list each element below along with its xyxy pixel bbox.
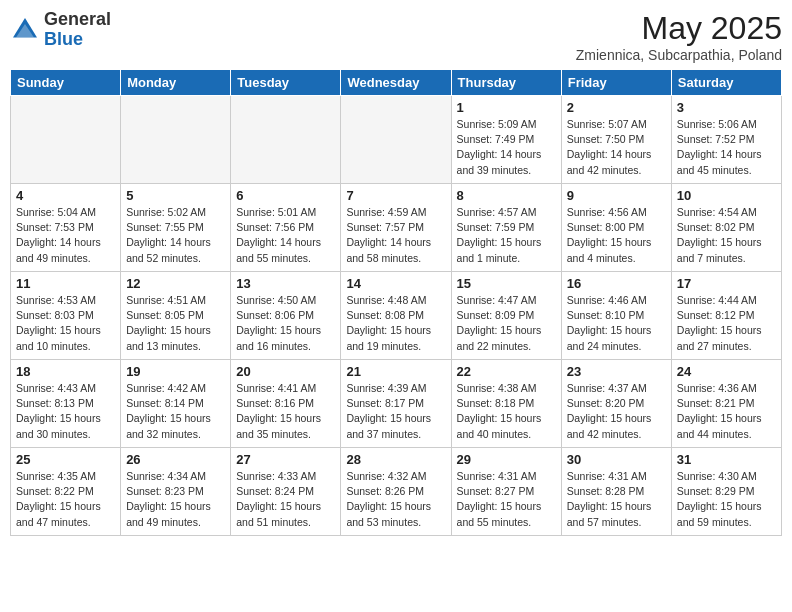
day-number: 20 [236,364,335,379]
calendar-cell: 2Sunrise: 5:07 AM Sunset: 7:50 PM Daylig… [561,96,671,184]
calendar-cell [11,96,121,184]
calendar-cell: 29Sunrise: 4:31 AM Sunset: 8:27 PM Dayli… [451,448,561,536]
calendar-cell: 15Sunrise: 4:47 AM Sunset: 8:09 PM Dayli… [451,272,561,360]
day-info: Sunrise: 4:41 AM Sunset: 8:16 PM Dayligh… [236,381,335,442]
weekday-wednesday: Wednesday [341,70,451,96]
logo-blue: Blue [44,29,83,49]
day-info: Sunrise: 4:56 AM Sunset: 8:00 PM Dayligh… [567,205,666,266]
day-info: Sunrise: 4:36 AM Sunset: 8:21 PM Dayligh… [677,381,776,442]
calendar-cell: 8Sunrise: 4:57 AM Sunset: 7:59 PM Daylig… [451,184,561,272]
calendar-cell: 12Sunrise: 4:51 AM Sunset: 8:05 PM Dayli… [121,272,231,360]
calendar-cell: 3Sunrise: 5:06 AM Sunset: 7:52 PM Daylig… [671,96,781,184]
calendar-cell: 20Sunrise: 4:41 AM Sunset: 8:16 PM Dayli… [231,360,341,448]
calendar-cell: 14Sunrise: 4:48 AM Sunset: 8:08 PM Dayli… [341,272,451,360]
calendar-cell: 7Sunrise: 4:59 AM Sunset: 7:57 PM Daylig… [341,184,451,272]
weekday-saturday: Saturday [671,70,781,96]
day-info: Sunrise: 4:30 AM Sunset: 8:29 PM Dayligh… [677,469,776,530]
day-number: 18 [16,364,115,379]
day-number: 3 [677,100,776,115]
calendar-cell: 16Sunrise: 4:46 AM Sunset: 8:10 PM Dayli… [561,272,671,360]
day-number: 16 [567,276,666,291]
day-number: 6 [236,188,335,203]
day-number: 22 [457,364,556,379]
calendar-cell: 27Sunrise: 4:33 AM Sunset: 8:24 PM Dayli… [231,448,341,536]
day-info: Sunrise: 4:51 AM Sunset: 8:05 PM Dayligh… [126,293,225,354]
day-info: Sunrise: 4:57 AM Sunset: 7:59 PM Dayligh… [457,205,556,266]
calendar-cell: 26Sunrise: 4:34 AM Sunset: 8:23 PM Dayli… [121,448,231,536]
day-number: 12 [126,276,225,291]
day-number: 29 [457,452,556,467]
calendar-cell: 25Sunrise: 4:35 AM Sunset: 8:22 PM Dayli… [11,448,121,536]
week-row-1: 4Sunrise: 5:04 AM Sunset: 7:53 PM Daylig… [11,184,782,272]
calendar-cell: 18Sunrise: 4:43 AM Sunset: 8:13 PM Dayli… [11,360,121,448]
day-info: Sunrise: 4:47 AM Sunset: 8:09 PM Dayligh… [457,293,556,354]
day-info: Sunrise: 4:35 AM Sunset: 8:22 PM Dayligh… [16,469,115,530]
day-info: Sunrise: 5:06 AM Sunset: 7:52 PM Dayligh… [677,117,776,178]
day-info: Sunrise: 5:02 AM Sunset: 7:55 PM Dayligh… [126,205,225,266]
day-info: Sunrise: 4:31 AM Sunset: 8:28 PM Dayligh… [567,469,666,530]
day-info: Sunrise: 4:37 AM Sunset: 8:20 PM Dayligh… [567,381,666,442]
day-number: 26 [126,452,225,467]
day-number: 21 [346,364,445,379]
day-number: 2 [567,100,666,115]
calendar-cell [231,96,341,184]
weekday-sunday: Sunday [11,70,121,96]
day-number: 25 [16,452,115,467]
logo: General Blue [10,10,111,50]
weekday-monday: Monday [121,70,231,96]
week-row-2: 11Sunrise: 4:53 AM Sunset: 8:03 PM Dayli… [11,272,782,360]
day-info: Sunrise: 5:01 AM Sunset: 7:56 PM Dayligh… [236,205,335,266]
calendar-cell: 24Sunrise: 4:36 AM Sunset: 8:21 PM Dayli… [671,360,781,448]
day-info: Sunrise: 4:42 AM Sunset: 8:14 PM Dayligh… [126,381,225,442]
day-info: Sunrise: 4:48 AM Sunset: 8:08 PM Dayligh… [346,293,445,354]
day-number: 15 [457,276,556,291]
page-header: General Blue May 2025 Zmiennica, Subcarp… [10,10,782,63]
week-row-3: 18Sunrise: 4:43 AM Sunset: 8:13 PM Dayli… [11,360,782,448]
day-number: 14 [346,276,445,291]
calendar-cell: 5Sunrise: 5:02 AM Sunset: 7:55 PM Daylig… [121,184,231,272]
day-info: Sunrise: 4:50 AM Sunset: 8:06 PM Dayligh… [236,293,335,354]
weekday-tuesday: Tuesday [231,70,341,96]
day-number: 1 [457,100,556,115]
day-number: 8 [457,188,556,203]
calendar-cell: 28Sunrise: 4:32 AM Sunset: 8:26 PM Dayli… [341,448,451,536]
day-number: 10 [677,188,776,203]
day-number: 23 [567,364,666,379]
day-number: 17 [677,276,776,291]
day-info: Sunrise: 4:31 AM Sunset: 8:27 PM Dayligh… [457,469,556,530]
day-number: 27 [236,452,335,467]
calendar-cell: 10Sunrise: 4:54 AM Sunset: 8:02 PM Dayli… [671,184,781,272]
day-number: 5 [126,188,225,203]
week-row-4: 25Sunrise: 4:35 AM Sunset: 8:22 PM Dayli… [11,448,782,536]
calendar-cell: 6Sunrise: 5:01 AM Sunset: 7:56 PM Daylig… [231,184,341,272]
day-number: 4 [16,188,115,203]
day-number: 30 [567,452,666,467]
calendar-cell: 13Sunrise: 4:50 AM Sunset: 8:06 PM Dayli… [231,272,341,360]
calendar-cell: 31Sunrise: 4:30 AM Sunset: 8:29 PM Dayli… [671,448,781,536]
day-info: Sunrise: 5:09 AM Sunset: 7:49 PM Dayligh… [457,117,556,178]
weekday-header-row: SundayMondayTuesdayWednesdayThursdayFrid… [11,70,782,96]
weekday-friday: Friday [561,70,671,96]
day-number: 19 [126,364,225,379]
calendar-cell: 30Sunrise: 4:31 AM Sunset: 8:28 PM Dayli… [561,448,671,536]
day-info: Sunrise: 4:33 AM Sunset: 8:24 PM Dayligh… [236,469,335,530]
day-info: Sunrise: 4:39 AM Sunset: 8:17 PM Dayligh… [346,381,445,442]
day-info: Sunrise: 4:44 AM Sunset: 8:12 PM Dayligh… [677,293,776,354]
day-info: Sunrise: 4:34 AM Sunset: 8:23 PM Dayligh… [126,469,225,530]
week-row-0: 1Sunrise: 5:09 AM Sunset: 7:49 PM Daylig… [11,96,782,184]
calendar-table: SundayMondayTuesdayWednesdayThursdayFrid… [10,69,782,536]
calendar-cell: 22Sunrise: 4:38 AM Sunset: 8:18 PM Dayli… [451,360,561,448]
month-title: May 2025 [576,10,782,47]
calendar-cell: 19Sunrise: 4:42 AM Sunset: 8:14 PM Dayli… [121,360,231,448]
day-info: Sunrise: 4:54 AM Sunset: 8:02 PM Dayligh… [677,205,776,266]
calendar-cell: 21Sunrise: 4:39 AM Sunset: 8:17 PM Dayli… [341,360,451,448]
day-number: 7 [346,188,445,203]
day-info: Sunrise: 4:59 AM Sunset: 7:57 PM Dayligh… [346,205,445,266]
day-info: Sunrise: 4:32 AM Sunset: 8:26 PM Dayligh… [346,469,445,530]
location-title: Zmiennica, Subcarpathia, Poland [576,47,782,63]
logo-text: General Blue [44,10,111,50]
logo-general: General [44,9,111,29]
day-info: Sunrise: 5:07 AM Sunset: 7:50 PM Dayligh… [567,117,666,178]
logo-icon [10,15,40,45]
day-number: 13 [236,276,335,291]
